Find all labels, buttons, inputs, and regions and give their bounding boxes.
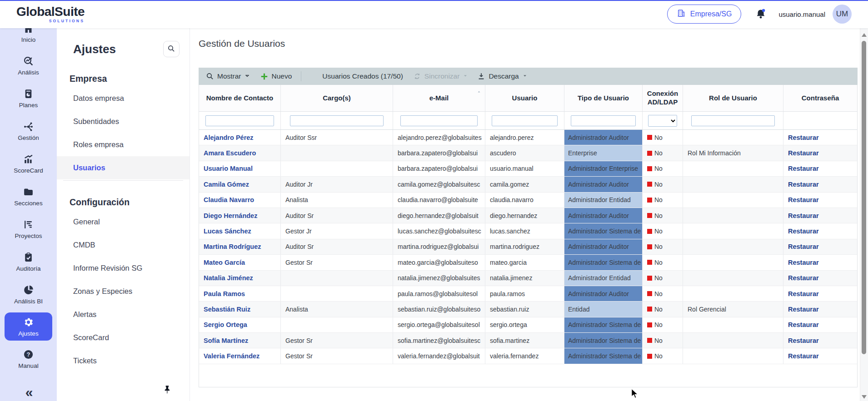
table-row[interactable]: Sofía MartínezGestor Srsofia.martinez@gl… bbox=[199, 333, 857, 348]
sidebar-item-zonas-y-especies[interactable]: Zonas y Especies bbox=[57, 280, 190, 303]
user-name-link[interactable]: Valeria Fernández bbox=[204, 352, 259, 360]
sidebar-item-cmdb[interactable]: CMDB bbox=[57, 233, 190, 257]
restaurar-link[interactable]: Restaurar bbox=[788, 196, 819, 203]
scrollbar-thumb[interactable] bbox=[862, 41, 866, 354]
restaurar-link[interactable]: Restaurar bbox=[788, 243, 819, 250]
column-header-tipo-de-usuario[interactable]: Tipo de Usuario bbox=[564, 85, 643, 111]
sidebar-item-usuarios[interactable]: Usuarios bbox=[57, 156, 190, 179]
filter-input-rol-de-usuario[interactable] bbox=[691, 115, 775, 126]
restaurar-link[interactable]: Restaurar bbox=[788, 165, 819, 172]
table-row[interactable]: Valeria FernándezGestor Srvaleria.fernan… bbox=[199, 348, 857, 364]
sincronizar-button[interactable]: Sincronizar bbox=[413, 72, 469, 80]
table-row[interactable]: Camila GómezAuditor Jrcamila.gomez@globa… bbox=[199, 177, 857, 192]
user-name-link[interactable]: Martina Rodríguez bbox=[204, 243, 261, 250]
user-name-link[interactable]: Natalia Jiménez bbox=[204, 274, 253, 282]
restaurar-link[interactable]: Restaurar bbox=[788, 352, 819, 360]
column-header-contrase-a[interactable]: Contraseña bbox=[783, 85, 857, 111]
table-row[interactable]: Usuario Manualbarbara.zapatero@globalsui… bbox=[199, 161, 857, 177]
column-header-usuario[interactable]: Usuario bbox=[485, 85, 564, 111]
nav-rail-item-proyectos[interactable]: Proyectos bbox=[0, 213, 57, 245]
restaurar-link[interactable]: Restaurar bbox=[788, 290, 819, 297]
vertical-scrollbar[interactable] bbox=[860, 28, 868, 401]
table-row[interactable]: Mateo GarcíaGestor Srmateo.garcia@global… bbox=[199, 255, 857, 270]
user-name-link[interactable]: Paula Ramos bbox=[204, 290, 245, 297]
filter-input-e-mail[interactable] bbox=[400, 115, 478, 126]
restaurar-link[interactable]: Restaurar bbox=[788, 149, 819, 157]
avatar[interactable]: UM bbox=[833, 5, 852, 24]
sidebar-item-datos-empresa[interactable]: Datos empresa bbox=[57, 87, 190, 110]
restaurar-link[interactable]: Restaurar bbox=[788, 228, 819, 235]
table-row[interactable]: Alejandro PérezAuditor Ssralejandro.pere… bbox=[199, 130, 857, 145]
mostrar-button[interactable]: Mostrar bbox=[206, 72, 250, 80]
user-name-link[interactable]: Camila Gómez bbox=[204, 181, 249, 188]
nav-rail-item-an-lisis[interactable]: Análisis bbox=[0, 49, 57, 82]
nav-rail: InicioAnálisisPlanesGestiónScoreCardSecc… bbox=[0, 28, 57, 401]
column-header-cargo-s-[interactable]: Cargo(s) bbox=[281, 85, 393, 111]
sidebar-item-tickets[interactable]: Tickets bbox=[57, 349, 190, 372]
table-row[interactable]: Claudia NavarroAnalistaclaudia.navarro@g… bbox=[199, 193, 857, 208]
sidebar-search-button[interactable] bbox=[163, 41, 180, 57]
user-name-link[interactable]: Sergio Ortega bbox=[204, 321, 247, 328]
nav-rail-item-manual[interactable]: ?Manual bbox=[0, 342, 57, 375]
nav-rail-item-ajustes[interactable]: Ajustes bbox=[5, 312, 52, 341]
restaurar-link[interactable]: Restaurar bbox=[788, 212, 819, 219]
restaurar-link[interactable]: Restaurar bbox=[788, 306, 819, 313]
sidebar-item-roles-empresa[interactable]: Roles empresa bbox=[57, 133, 190, 156]
restaurar-link[interactable]: Restaurar bbox=[788, 259, 819, 266]
user-name-link[interactable]: Usuario Manual bbox=[204, 165, 253, 172]
sidebar-item-scorecard[interactable]: ScoreCard bbox=[57, 326, 190, 349]
descarga-button[interactable]: Descarga bbox=[477, 72, 527, 80]
user-name-link[interactable]: Alejandro Pérez bbox=[204, 134, 254, 141]
nav-rail-item-scorecard[interactable]: ScoreCard bbox=[0, 147, 57, 180]
collapse-sidebar-button[interactable]: « bbox=[0, 385, 57, 400]
nav-rail-item-an-lisis-bi[interactable]: Análisis BI bbox=[0, 278, 57, 311]
table-row[interactable]: Amara Escuderobarbara.zapatero@globalsui… bbox=[199, 145, 857, 161]
table-row[interactable]: Diego HernándezAuditor Srdiego.hernandez… bbox=[199, 208, 857, 223]
entity-selector-button[interactable]: Empresa/SG bbox=[667, 5, 742, 24]
restaurar-link[interactable]: Restaurar bbox=[788, 337, 819, 344]
user-name-link[interactable]: Amara Escudero bbox=[204, 149, 256, 157]
filter-input-nombre-de-contacto[interactable] bbox=[205, 115, 274, 126]
filter-input-cargo-s-[interactable] bbox=[290, 115, 384, 126]
table-row[interactable]: Paula Ramospaula.ramos@globalsuitesolpau… bbox=[199, 286, 857, 302]
user-name-link[interactable]: Lucas Sánchez bbox=[204, 228, 251, 235]
nav-rail-item-auditor-a[interactable]: Auditoría bbox=[0, 245, 57, 278]
sidebar-item-alertas[interactable]: Alertas bbox=[57, 303, 190, 326]
notifications-bell-icon[interactable] bbox=[755, 8, 767, 20]
nav-rail-item-gesti-n[interactable]: Gestión bbox=[0, 114, 57, 147]
filter-select-conexion[interactable] bbox=[648, 115, 677, 127]
table-row[interactable]: Martina RodríguezAuditor Srmartina.rodri… bbox=[199, 239, 857, 255]
restaurar-link[interactable]: Restaurar bbox=[788, 274, 819, 282]
sidebar-item-subentidades[interactable]: Subentidades bbox=[57, 110, 190, 133]
user-name-link[interactable]: Mateo García bbox=[204, 259, 245, 266]
rol-usuario-cell bbox=[683, 161, 783, 176]
column-header-rol-de-usuario[interactable]: Rol de Usuario bbox=[683, 85, 783, 111]
user-name-link[interactable]: Sebastián Ruiz bbox=[204, 306, 250, 313]
nav-rail-item-planes[interactable]: Planes bbox=[0, 82, 57, 114]
restaurar-link[interactable]: Restaurar bbox=[788, 181, 819, 188]
sidebar-item-general[interactable]: General bbox=[57, 210, 190, 233]
column-header-nombre-de-contacto[interactable]: Nombre de Contacto bbox=[199, 85, 281, 111]
table-row[interactable]: Sebastián RuizAnalistasebastian.ruiz@glo… bbox=[199, 302, 857, 317]
conexion-ldap-cell: No bbox=[643, 302, 683, 317]
restaurar-link[interactable]: Restaurar bbox=[788, 321, 819, 328]
ldap-status-label: No bbox=[654, 321, 663, 328]
filter-input-tipo-de-usuario[interactable] bbox=[571, 115, 636, 126]
restaurar-link[interactable]: Restaurar bbox=[788, 134, 819, 141]
user-name-link[interactable]: Claudia Navarro bbox=[204, 196, 254, 203]
column-header-conexi-n-ad-ldap[interactable]: Conexión AD/LDAP bbox=[643, 85, 683, 111]
pin-sidebar-icon[interactable] bbox=[162, 384, 172, 396]
scroll-down-arrow-icon[interactable] bbox=[862, 392, 867, 397]
table-row[interactable]: Natalia Jiméneznatalia.jimenez@globalsui… bbox=[199, 271, 857, 286]
nav-rail-item-inicio[interactable]: Inicio bbox=[0, 28, 57, 49]
user-name-link[interactable]: Sofía Martínez bbox=[204, 337, 248, 344]
sidebar-item-informe-revisi-n-sg[interactable]: Informe Revisión SG bbox=[57, 257, 190, 280]
user-name-link[interactable]: Diego Hernández bbox=[204, 212, 257, 219]
filter-input-usuario[interactable] bbox=[492, 115, 558, 126]
table-row[interactable]: Lucas SánchezGestor Jrlucas.sanchez@glob… bbox=[199, 223, 857, 239]
table-row[interactable]: Sergio Ortegasergio.ortega@globalsuiteso… bbox=[199, 317, 857, 333]
scroll-up-arrow-icon[interactable] bbox=[862, 32, 867, 37]
nuevo-button[interactable]: Nuevo bbox=[260, 72, 292, 81]
nav-rail-item-secciones[interactable]: Secciones bbox=[0, 180, 57, 213]
column-header-e-mail[interactable]: e-Mail bbox=[393, 85, 485, 111]
